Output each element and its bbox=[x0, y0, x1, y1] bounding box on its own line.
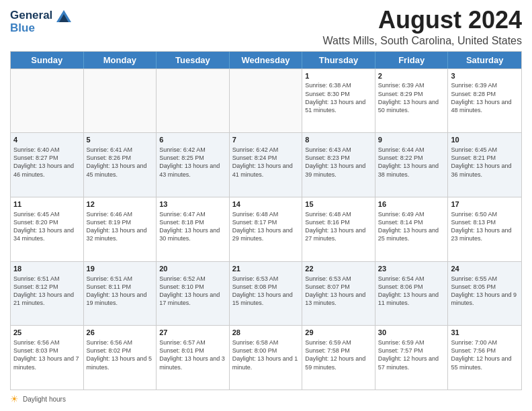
calendar-cell: 6Sunrise: 6:42 AM Sunset: 8:25 PM Daylig… bbox=[157, 133, 230, 197]
day-number: 23 bbox=[378, 264, 445, 274]
day-info: Sunrise: 6:40 AM Sunset: 8:27 PM Dayligh… bbox=[13, 146, 81, 179]
calendar-cell: 17Sunrise: 6:50 AM Sunset: 8:13 PM Dayli… bbox=[448, 197, 521, 261]
day-number: 19 bbox=[87, 264, 154, 274]
calendar-cell: 18Sunrise: 6:51 AM Sunset: 8:12 PM Dayli… bbox=[11, 262, 84, 326]
day-info: Sunrise: 6:48 AM Sunset: 8:17 PM Dayligh… bbox=[232, 210, 300, 243]
col-friday: Friday bbox=[375, 52, 449, 68]
calendar-cell: 13Sunrise: 6:47 AM Sunset: 8:18 PM Dayli… bbox=[157, 197, 230, 261]
calendar-cell: 8Sunrise: 6:43 AM Sunset: 8:23 PM Daylig… bbox=[302, 133, 375, 197]
day-number: 15 bbox=[305, 199, 372, 210]
calendar-cell: 11Sunrise: 6:45 AM Sunset: 8:20 PM Dayli… bbox=[11, 197, 84, 261]
col-tuesday: Tuesday bbox=[157, 52, 230, 68]
calendar-cell: 28Sunrise: 6:58 AM Sunset: 8:00 PM Dayli… bbox=[230, 326, 303, 390]
day-info: Sunrise: 6:47 AM Sunset: 8:18 PM Dayligh… bbox=[159, 210, 226, 243]
day-info: Sunrise: 6:59 AM Sunset: 7:58 PM Dayligh… bbox=[305, 338, 372, 371]
calendar-cell: 27Sunrise: 6:57 AM Sunset: 8:01 PM Dayli… bbox=[157, 326, 230, 390]
calendar-body: 1Sunrise: 6:38 AM Sunset: 8:30 PM Daylig… bbox=[11, 68, 521, 390]
day-number: 12 bbox=[87, 199, 154, 210]
day-info: Sunrise: 6:55 AM Sunset: 8:05 PM Dayligh… bbox=[451, 275, 519, 308]
col-monday: Monday bbox=[84, 52, 157, 68]
col-wednesday: Wednesday bbox=[230, 52, 303, 68]
calendar-cell: 29Sunrise: 6:59 AM Sunset: 7:58 PM Dayli… bbox=[302, 326, 375, 390]
day-number: 7 bbox=[232, 135, 300, 145]
week-row-1: 1Sunrise: 6:38 AM Sunset: 8:30 PM Daylig… bbox=[11, 68, 521, 133]
day-info: Sunrise: 6:45 AM Sunset: 8:20 PM Dayligh… bbox=[13, 210, 81, 243]
day-info: Sunrise: 6:39 AM Sunset: 8:29 PM Dayligh… bbox=[378, 81, 445, 114]
calendar-cell: 1Sunrise: 6:38 AM Sunset: 8:30 PM Daylig… bbox=[302, 69, 375, 133]
calendar-cell: 14Sunrise: 6:48 AM Sunset: 8:17 PM Dayli… bbox=[230, 197, 303, 261]
day-info: Sunrise: 6:43 AM Sunset: 8:23 PM Dayligh… bbox=[305, 146, 372, 179]
day-info: Sunrise: 6:50 AM Sunset: 8:13 PM Dayligh… bbox=[451, 210, 519, 243]
calendar-cell bbox=[84, 69, 157, 133]
week-row-3: 11Sunrise: 6:45 AM Sunset: 8:20 PM Dayli… bbox=[11, 197, 521, 261]
day-number: 25 bbox=[13, 328, 81, 338]
day-info: Sunrise: 6:53 AM Sunset: 8:08 PM Dayligh… bbox=[232, 275, 300, 308]
day-number: 31 bbox=[451, 328, 519, 338]
title-area: August 2024 Watts Mills, South Carolina,… bbox=[323, 7, 522, 47]
calendar-cell: 21Sunrise: 6:53 AM Sunset: 8:08 PM Dayli… bbox=[230, 262, 303, 326]
day-info: Sunrise: 6:54 AM Sunset: 8:06 PM Dayligh… bbox=[378, 275, 445, 308]
week-row-4: 18Sunrise: 6:51 AM Sunset: 8:12 PM Dayli… bbox=[11, 261, 521, 326]
day-info: Sunrise: 6:52 AM Sunset: 8:10 PM Dayligh… bbox=[159, 275, 226, 308]
calendar: Sunday Monday Tuesday Wednesday Thursday… bbox=[10, 51, 522, 390]
day-info: Sunrise: 6:53 AM Sunset: 8:07 PM Dayligh… bbox=[305, 275, 372, 308]
calendar-cell bbox=[157, 69, 230, 133]
footer: ☀ Daylight hours bbox=[10, 394, 522, 404]
logo-text: General Blue bbox=[10, 9, 71, 34]
calendar-cell bbox=[11, 69, 84, 133]
calendar-header: Sunday Monday Tuesday Wednesday Thursday… bbox=[11, 52, 521, 68]
day-info: Sunrise: 6:42 AM Sunset: 8:24 PM Dayligh… bbox=[232, 146, 300, 179]
day-number: 20 bbox=[159, 264, 226, 274]
day-number: 8 bbox=[305, 135, 372, 145]
day-info: Sunrise: 7:00 AM Sunset: 7:56 PM Dayligh… bbox=[451, 338, 519, 371]
day-number: 27 bbox=[159, 328, 226, 338]
calendar-cell: 22Sunrise: 6:53 AM Sunset: 8:07 PM Dayli… bbox=[302, 262, 375, 326]
day-number: 5 bbox=[87, 135, 154, 145]
calendar-cell: 24Sunrise: 6:55 AM Sunset: 8:05 PM Dayli… bbox=[448, 262, 521, 326]
col-saturday: Saturday bbox=[448, 52, 521, 68]
week-row-5: 25Sunrise: 6:56 AM Sunset: 8:03 PM Dayli… bbox=[11, 325, 521, 390]
week-row-2: 4Sunrise: 6:40 AM Sunset: 8:27 PM Daylig… bbox=[11, 132, 521, 197]
day-info: Sunrise: 6:48 AM Sunset: 8:16 PM Dayligh… bbox=[305, 210, 372, 243]
calendar-cell: 2Sunrise: 6:39 AM Sunset: 8:29 PM Daylig… bbox=[375, 69, 449, 133]
day-info: Sunrise: 6:57 AM Sunset: 8:01 PM Dayligh… bbox=[159, 338, 226, 371]
day-info: Sunrise: 6:39 AM Sunset: 8:28 PM Dayligh… bbox=[451, 81, 519, 114]
col-sunday: Sunday bbox=[11, 52, 84, 68]
calendar-cell: 4Sunrise: 6:40 AM Sunset: 8:27 PM Daylig… bbox=[11, 133, 84, 197]
col-thursday: Thursday bbox=[302, 52, 375, 68]
daylight-label: Daylight hours bbox=[23, 396, 66, 403]
calendar-cell: 9Sunrise: 6:44 AM Sunset: 8:22 PM Daylig… bbox=[375, 133, 449, 197]
calendar-cell: 23Sunrise: 6:54 AM Sunset: 8:06 PM Dayli… bbox=[375, 262, 449, 326]
day-number: 2 bbox=[378, 71, 445, 81]
month-title: August 2024 bbox=[323, 7, 522, 34]
day-info: Sunrise: 6:58 AM Sunset: 8:00 PM Dayligh… bbox=[232, 338, 300, 371]
day-number: 16 bbox=[378, 199, 445, 210]
day-number: 22 bbox=[305, 264, 372, 274]
day-info: Sunrise: 6:38 AM Sunset: 8:30 PM Dayligh… bbox=[305, 81, 372, 114]
page: General Blue August 2024 Watts Mills, So… bbox=[0, 0, 532, 411]
logo-icon bbox=[56, 10, 71, 22]
day-info: Sunrise: 6:51 AM Sunset: 8:11 PM Dayligh… bbox=[87, 275, 154, 308]
calendar-cell: 20Sunrise: 6:52 AM Sunset: 8:10 PM Dayli… bbox=[157, 262, 230, 326]
day-number: 9 bbox=[378, 135, 445, 145]
day-info: Sunrise: 6:56 AM Sunset: 8:02 PM Dayligh… bbox=[87, 338, 154, 371]
location-title: Watts Mills, South Carolina, United Stat… bbox=[323, 35, 522, 47]
calendar-cell: 5Sunrise: 6:41 AM Sunset: 8:26 PM Daylig… bbox=[84, 133, 157, 197]
day-number: 21 bbox=[232, 264, 300, 274]
day-info: Sunrise: 6:45 AM Sunset: 8:21 PM Dayligh… bbox=[451, 146, 519, 179]
logo-blue: Blue bbox=[10, 22, 71, 35]
calendar-cell: 19Sunrise: 6:51 AM Sunset: 8:11 PM Dayli… bbox=[84, 262, 157, 326]
calendar-cell: 10Sunrise: 6:45 AM Sunset: 8:21 PM Dayli… bbox=[448, 133, 521, 197]
calendar-cell: 12Sunrise: 6:46 AM Sunset: 8:19 PM Dayli… bbox=[84, 197, 157, 261]
day-number: 10 bbox=[451, 135, 519, 145]
calendar-cell: 25Sunrise: 6:56 AM Sunset: 8:03 PM Dayli… bbox=[11, 326, 84, 390]
day-number: 6 bbox=[159, 135, 226, 145]
day-number: 30 bbox=[378, 328, 445, 338]
day-number: 1 bbox=[305, 71, 372, 81]
calendar-cell: 26Sunrise: 6:56 AM Sunset: 8:02 PM Dayli… bbox=[84, 326, 157, 390]
day-number: 13 bbox=[159, 199, 226, 210]
calendar-cell: 30Sunrise: 6:59 AM Sunset: 7:57 PM Dayli… bbox=[375, 326, 449, 390]
calendar-cell bbox=[230, 69, 303, 133]
day-info: Sunrise: 6:42 AM Sunset: 8:25 PM Dayligh… bbox=[159, 146, 226, 179]
day-number: 11 bbox=[13, 199, 81, 210]
